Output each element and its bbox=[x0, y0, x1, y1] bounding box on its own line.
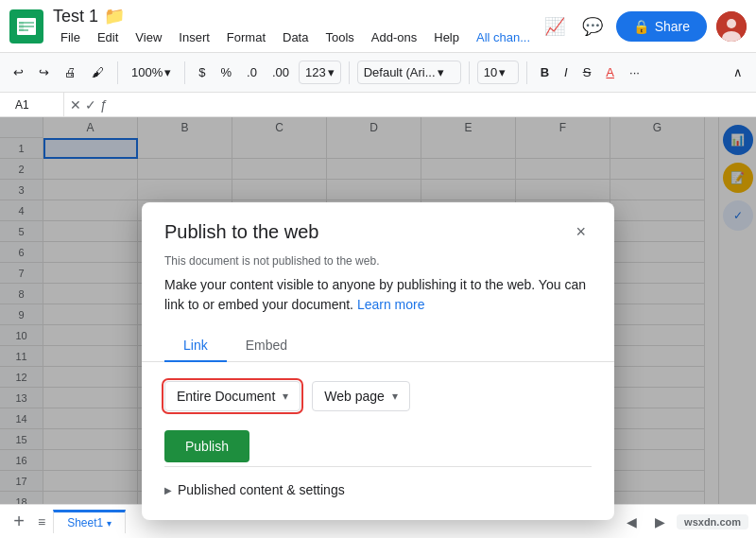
publish-modal: Publish to the web × This document is no… bbox=[142, 202, 614, 520]
separator5 bbox=[526, 61, 527, 84]
menu-insert[interactable]: Insert bbox=[171, 28, 217, 46]
zoom-arrow: ▾ bbox=[164, 65, 171, 79]
add-sheet-button[interactable]: + bbox=[8, 511, 30, 533]
lock-icon: 🔒 bbox=[633, 19, 649, 34]
scroll-right-button[interactable]: ▶ bbox=[648, 511, 671, 533]
share-button[interactable]: 🔒 Share bbox=[616, 11, 707, 42]
bold-button[interactable]: B bbox=[535, 61, 555, 83]
formula-icons: ✕ ✓ ƒ bbox=[64, 97, 113, 113]
modal-tabs: Link Embed bbox=[142, 330, 614, 362]
zoom-button[interactable]: 100% ▾ bbox=[126, 61, 177, 83]
separator2 bbox=[184, 61, 185, 84]
redo-button[interactable]: ↪ bbox=[33, 61, 55, 83]
menu-format[interactable]: Format bbox=[219, 28, 273, 46]
menu-bar: File Edit View Insert Format Data Tools … bbox=[53, 28, 541, 46]
app-icon bbox=[9, 9, 43, 43]
top-bar: Test 1 📁 File Edit View Insert Format Da… bbox=[0, 0, 756, 53]
modal-description: Make your content visible to anyone by p… bbox=[142, 275, 614, 330]
percent-button[interactable]: % bbox=[215, 61, 237, 83]
share-label: Share bbox=[655, 19, 690, 34]
top-right-actions: 📈 💬 🔒 Share bbox=[541, 11, 747, 42]
cell-reference[interactable]: A1 bbox=[8, 93, 64, 116]
font-size-selector[interactable]: 10 ▾ bbox=[477, 61, 519, 84]
sheet-list-button[interactable]: ≡ bbox=[38, 514, 45, 529]
formula-confirm-icon: ✓ bbox=[85, 97, 96, 113]
separator1 bbox=[117, 61, 118, 84]
format-dropdown-label: Web page bbox=[324, 389, 385, 404]
font-selector[interactable]: Default (Ari... ▾ bbox=[357, 61, 461, 84]
document-dropdown-arrow: ▾ bbox=[283, 390, 288, 403]
tab-link[interactable]: Link bbox=[164, 330, 227, 362]
modal-content: Entire Document ▾ Web page ▾ Publish ▶ P… bbox=[142, 362, 614, 520]
menu-view[interactable]: View bbox=[128, 28, 169, 46]
menu-file[interactable]: File bbox=[53, 28, 88, 46]
toolbar: ↩ ↪ 🖨 🖌 100% ▾ $ % .0 .00 123 ▾ Default … bbox=[0, 53, 756, 93]
scroll-left-button[interactable]: ◀ bbox=[620, 511, 643, 533]
formula-expand-icon: ✕ bbox=[70, 97, 81, 113]
dropdowns-row: Entire Document ▾ Web page ▾ bbox=[164, 381, 592, 411]
strikethrough-button[interactable]: S bbox=[577, 61, 597, 83]
format-dropdown[interactable]: Web page ▾ bbox=[312, 381, 410, 411]
modal-title: Publish to the web bbox=[164, 221, 318, 243]
document-dropdown[interactable]: Entire Document ▾ bbox=[164, 381, 301, 411]
doc-title: Test 1 📁 bbox=[53, 6, 541, 26]
menu-data[interactable]: Data bbox=[275, 28, 316, 46]
svg-point-7 bbox=[727, 19, 736, 28]
learn-more-link[interactable]: Learn more bbox=[357, 297, 425, 312]
title-text[interactable]: Test 1 bbox=[53, 7, 98, 26]
formula-function-icon: ƒ bbox=[100, 97, 108, 113]
published-settings-row[interactable]: ▶ Published content & settings bbox=[164, 478, 592, 501]
menu-help[interactable]: Help bbox=[426, 28, 467, 46]
underline-button[interactable]: A bbox=[600, 61, 620, 83]
comment-icon[interactable]: 💬 bbox=[578, 12, 607, 41]
modal-overlay: Publish to the web × This document is no… bbox=[0, 117, 756, 504]
trending-icon[interactable]: 📈 bbox=[541, 12, 569, 41]
menu-tools[interactable]: Tools bbox=[318, 28, 361, 46]
sheet1-name: Sheet1 bbox=[67, 516, 103, 529]
undo-button[interactable]: ↩ bbox=[8, 61, 29, 83]
triangle-icon: ▶ bbox=[164, 485, 172, 495]
menu-all-changes[interactable]: All chan... bbox=[469, 28, 538, 46]
currency-button[interactable]: $ bbox=[193, 61, 211, 83]
modal-divider bbox=[164, 466, 592, 467]
modal-close-button[interactable]: × bbox=[570, 221, 592, 242]
zoom-value: 100% bbox=[131, 65, 163, 79]
doc-title-area: Test 1 📁 File Edit View Insert Format Da… bbox=[53, 6, 541, 46]
separator4 bbox=[469, 61, 470, 84]
modal-header: Publish to the web × bbox=[142, 202, 614, 254]
folder-icon[interactable]: 📁 bbox=[104, 6, 125, 26]
formula-bar: A1 ✕ ✓ ƒ bbox=[0, 93, 756, 117]
modal-subtitle: This document is not published to the we… bbox=[142, 254, 614, 275]
sheet1-tab[interactable]: Sheet1 ▾ bbox=[53, 510, 126, 533]
collapse-toolbar-button[interactable]: ∧ bbox=[728, 61, 748, 83]
decimal-increase-button[interactable]: .00 bbox=[266, 61, 295, 83]
tab-embed[interactable]: Embed bbox=[227, 330, 306, 362]
menu-edit[interactable]: Edit bbox=[90, 28, 126, 46]
wsxdn-badge: wsxdn.com bbox=[677, 514, 748, 529]
sheet1-chevron: ▾ bbox=[107, 518, 112, 529]
published-settings-label: Published content & settings bbox=[178, 482, 345, 497]
bottom-right-controls: ◀ ▶ wsxdn.com bbox=[620, 511, 748, 533]
menu-addons[interactable]: Add-ons bbox=[364, 28, 424, 46]
italic-button[interactable]: I bbox=[558, 61, 574, 83]
decimal-decrease-button[interactable]: .0 bbox=[241, 61, 263, 83]
avatar[interactable] bbox=[716, 11, 747, 42]
print-button[interactable]: 🖨 bbox=[59, 61, 82, 83]
svg-rect-5 bbox=[19, 22, 24, 31]
format-dropdown-arrow: ▾ bbox=[392, 390, 398, 403]
publish-button[interactable]: Publish bbox=[164, 430, 249, 462]
separator3 bbox=[349, 61, 350, 84]
number-format-button[interactable]: 123 ▾ bbox=[299, 61, 341, 84]
more-formats-button[interactable]: ··· bbox=[624, 61, 645, 83]
document-dropdown-label: Entire Document bbox=[177, 389, 275, 404]
paint-format-button[interactable]: 🖌 bbox=[86, 61, 110, 83]
